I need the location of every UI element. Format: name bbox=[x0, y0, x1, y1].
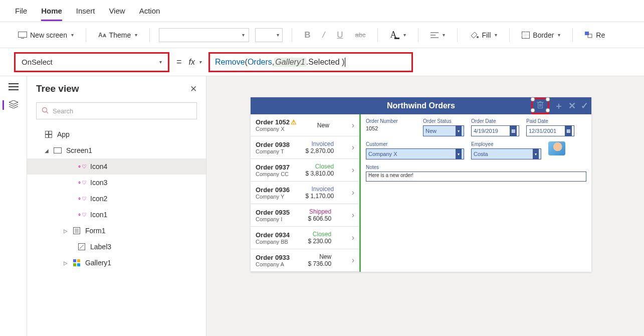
strike-button[interactable]: abc bbox=[352, 29, 368, 41]
tree-node-icon3[interactable]: ⚬♡ Icon3 bbox=[27, 175, 206, 191]
font-size-select[interactable]: ▾ bbox=[255, 28, 283, 42]
separator bbox=[292, 28, 292, 42]
chevron-down-icon: ▾ bbox=[135, 32, 137, 38]
chevron-down-icon: ▾ bbox=[558, 32, 560, 38]
icon-glyph-icon: ⚬♡ bbox=[77, 196, 86, 202]
tree-node-screen1[interactable]: ◢ Screen1 bbox=[27, 142, 206, 158]
ribbon: New screen ▾ Aᴀ Theme ▾ ▾ ▾ B / U abc A▾… bbox=[0, 22, 644, 48]
app-icon bbox=[44, 131, 53, 138]
accept-icon[interactable]: ✓ bbox=[581, 100, 588, 111]
cancel-icon[interactable]: ✕ bbox=[568, 100, 576, 111]
fx-button[interactable]: fx▾ bbox=[189, 58, 201, 67]
tree-label: Icon2 bbox=[90, 195, 107, 203]
align-button[interactable]: ▾ bbox=[427, 30, 448, 40]
app-title-bar: Northwind Orders ＋ ✕ ✓ bbox=[251, 97, 591, 114]
icon-glyph-icon: ⚬♡ bbox=[77, 180, 86, 186]
chevron-down-icon: ▾ bbox=[495, 32, 497, 38]
tree-node-icon4[interactable]: ⚬♡ Icon4 bbox=[27, 158, 206, 175]
search-input[interactable]: Search bbox=[36, 102, 197, 119]
gallery-row[interactable]: Order 0937Company CCClosed$ 3,810.00› bbox=[251, 159, 359, 182]
menu-action[interactable]: Action bbox=[139, 7, 160, 15]
new-screen-label: New screen bbox=[30, 31, 67, 39]
search-icon bbox=[42, 107, 49, 115]
bold-button[interactable]: B bbox=[301, 28, 313, 42]
border-button[interactable]: Border ▾ bbox=[519, 29, 563, 41]
separator bbox=[418, 28, 418, 42]
italic-button[interactable]: / bbox=[319, 28, 328, 42]
layers-icon[interactable] bbox=[3, 100, 18, 110]
delete-button[interactable] bbox=[531, 98, 549, 114]
new-screen-button[interactable]: New screen ▾ bbox=[15, 29, 77, 41]
underline-button[interactable]: U bbox=[334, 28, 346, 42]
font-color-button[interactable]: A▾ bbox=[387, 28, 409, 42]
paid-date-label: Paid Date bbox=[526, 118, 574, 124]
tree-node-form1[interactable]: ▷ Form1 bbox=[27, 223, 206, 239]
tree-node-icon1[interactable]: ⚬♡ Icon1 bbox=[27, 207, 206, 223]
formula-input[interactable]: Remove( Orders, Gallery1.Selected ) bbox=[208, 52, 413, 72]
order-status-select[interactable]: New▾ bbox=[423, 125, 464, 136]
svg-rect-9 bbox=[585, 32, 589, 35]
hamburger-icon[interactable] bbox=[9, 83, 19, 90]
calendar-icon: ▦ bbox=[565, 125, 572, 136]
menu-home[interactable]: Home bbox=[41, 7, 62, 21]
gallery-row[interactable]: Order 1052⚠Company XNew› bbox=[251, 114, 359, 136]
border-label: Border bbox=[533, 31, 554, 39]
tree-view-panel: Tree view ✕ Search App ◢ Screen1 ⚬♡ Icon… bbox=[27, 76, 206, 336]
search-placeholder: Search bbox=[53, 107, 73, 115]
gallery-row[interactable]: Order 0934Company BBClosed$ 230.00› bbox=[251, 227, 359, 249]
order-status: Closed bbox=[308, 231, 331, 238]
property-selector[interactable]: OnSelect ▾ bbox=[14, 52, 169, 72]
tree-node-label3[interactable]: Label3 bbox=[27, 239, 206, 255]
separator bbox=[149, 28, 150, 42]
separator bbox=[86, 28, 86, 42]
reorder-label: Re bbox=[596, 31, 605, 39]
expand-icon[interactable]: ▷ bbox=[63, 260, 68, 266]
tree-node-app[interactable]: App bbox=[27, 126, 206, 142]
paid-date-input[interactable]: 12/31/2001▦ bbox=[526, 125, 574, 136]
gallery-row[interactable]: Order 0933Company ANew$ 736.00› bbox=[251, 249, 359, 272]
tree-node-gallery1[interactable]: ▷ Gallery1 bbox=[27, 255, 206, 271]
gallery-row[interactable]: Order 0938Company TInvoiced$ 2,870.00› bbox=[251, 136, 359, 159]
calendar-icon: ▦ bbox=[510, 125, 517, 136]
icon-glyph-icon: ⚬♡ bbox=[77, 163, 86, 170]
tree-label: Form1 bbox=[85, 227, 105, 235]
customer-select[interactable]: Company X▾ bbox=[366, 148, 464, 159]
reorder-button[interactable]: Re bbox=[582, 29, 608, 41]
canvas[interactable]: Northwind Orders ＋ ✕ ✓ bbox=[206, 76, 644, 336]
menu-view[interactable]: View bbox=[109, 7, 125, 15]
order-id: Order 0934 bbox=[256, 231, 290, 239]
chevron-down-icon: ▾ bbox=[456, 148, 462, 159]
collapse-icon[interactable]: ◢ bbox=[44, 148, 49, 153]
tree-node-icon2[interactable]: ⚬♡ Icon2 bbox=[27, 191, 206, 207]
formula-bar: OnSelect ▾ = fx▾ Remove( Orders, Gallery… bbox=[0, 48, 644, 76]
company-name: Company X bbox=[256, 126, 297, 132]
menu-file[interactable]: File bbox=[15, 7, 27, 15]
svg-rect-26 bbox=[73, 263, 76, 266]
expand-icon[interactable]: ▷ bbox=[63, 228, 68, 234]
order-amount: $ 230.00 bbox=[308, 238, 331, 245]
order-number-label: Order Number bbox=[366, 118, 416, 124]
font-family-select[interactable]: ▾ bbox=[159, 28, 249, 42]
theme-icon: Aᴀ bbox=[98, 32, 106, 39]
notes-input[interactable]: Here is a new order! bbox=[366, 172, 586, 182]
chevron-right-icon: › bbox=[352, 143, 354, 152]
theme-button[interactable]: Aᴀ Theme ▾ bbox=[95, 29, 140, 41]
tree-label: Label3 bbox=[90, 243, 111, 251]
employee-select[interactable]: Costa▾ bbox=[471, 148, 541, 159]
svg-point-36 bbox=[531, 108, 535, 112]
gallery-row[interactable]: Order 0936Company YInvoiced$ 1,170.00› bbox=[251, 182, 359, 204]
svg-point-34 bbox=[531, 97, 535, 101]
close-icon[interactable]: ✕ bbox=[190, 84, 197, 94]
order-date-input[interactable]: 4/19/2019▦ bbox=[471, 125, 519, 136]
svg-rect-14 bbox=[46, 131, 49, 134]
menu-insert[interactable]: Insert bbox=[76, 7, 95, 15]
customer-label: Customer bbox=[366, 141, 464, 147]
gallery-row[interactable]: Order 0935Company IShipped$ 606.50› bbox=[251, 204, 359, 227]
formula-fn: Remove bbox=[215, 58, 245, 67]
chevron-right-icon: › bbox=[352, 188, 354, 197]
add-icon[interactable]: ＋ bbox=[554, 100, 563, 112]
fill-button[interactable]: Fill ▾ bbox=[467, 29, 500, 41]
order-gallery[interactable]: Order 1052⚠Company XNew›Order 0938Compan… bbox=[251, 114, 361, 272]
app-preview: Northwind Orders ＋ ✕ ✓ bbox=[251, 97, 591, 272]
chevron-down-icon: ▾ bbox=[533, 148, 539, 159]
